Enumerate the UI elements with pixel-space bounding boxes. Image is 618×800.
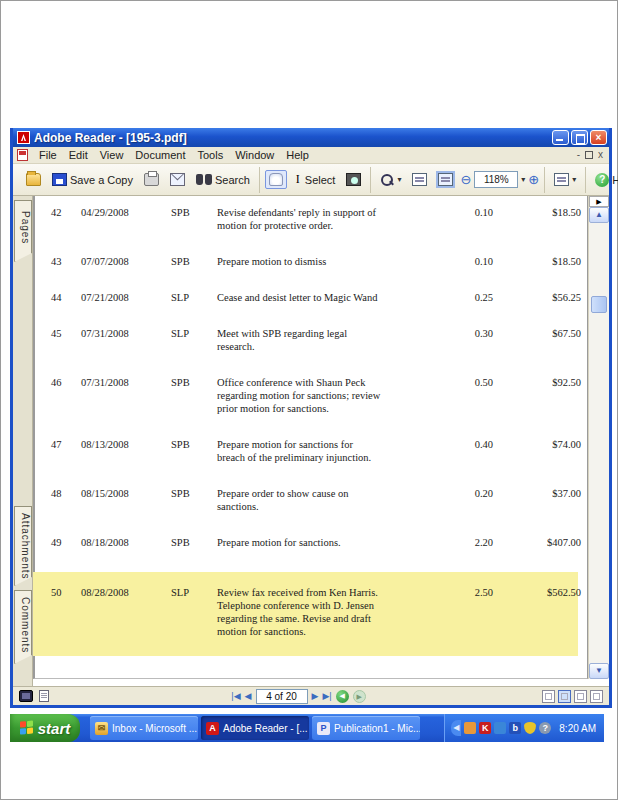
save-a-copy-label: Save a Copy (70, 174, 133, 186)
page-display-button[interactable]: ▾ (550, 170, 580, 189)
next-page-button[interactable]: ▶ (312, 691, 319, 701)
tray-security-shield-icon[interactable] (524, 722, 536, 734)
row-amount: $67.50 (493, 327, 581, 353)
continuous-layout-icon[interactable] (558, 690, 571, 703)
taskbar-item-label: Publication1 - Mic... (334, 723, 420, 734)
ibeam-icon: I (294, 173, 302, 186)
tray-b-app-icon[interactable]: b (509, 722, 521, 734)
row-number: 42 (51, 206, 81, 232)
zoom-level-input[interactable]: 118% (474, 171, 518, 188)
search-button[interactable]: Search (192, 170, 254, 189)
email-button[interactable] (166, 170, 189, 189)
scroll-up-button[interactable]: ▲ (589, 207, 609, 223)
taskbar-item-adobe-reader[interactable]: A Adobe Reader - [... (201, 716, 309, 740)
row-amount: $562.50 (493, 586, 581, 638)
row-description: Prepare motion for sanctions for breach … (217, 438, 435, 464)
tab-comments[interactable]: Comments (14, 590, 32, 664)
row-initials: SPB (171, 438, 217, 464)
continuous-facing-layout-icon[interactable] (590, 690, 603, 703)
print-button[interactable] (140, 170, 163, 189)
menu-tools[interactable]: Tools (192, 148, 230, 162)
previous-view-button[interactable]: ◀ (336, 690, 349, 703)
close-button[interactable]: × (590, 130, 607, 145)
row-description: Prepare motion to dismiss (217, 255, 435, 268)
menu-file[interactable]: File (33, 148, 63, 162)
fit-width-button[interactable] (434, 170, 457, 189)
start-button[interactable]: start (10, 714, 80, 742)
row-initials: SPB (171, 255, 217, 268)
row-amount: $56.25 (493, 291, 581, 304)
doc-minimize-button[interactable]: - (577, 150, 580, 160)
row-number: 44 (51, 291, 81, 304)
row-date: 08/18/2008 (81, 536, 171, 549)
tray-k-app-icon[interactable]: K (479, 722, 491, 734)
taskbar-item-inbox[interactable]: ✉ Inbox - Microsoft ... (90, 716, 198, 740)
page-layout-buttons (542, 690, 603, 703)
vertical-scrollbar[interactable]: ▶ ▲ ▼ (588, 196, 609, 679)
row-number: 45 (51, 327, 81, 353)
row-hours: 0.10 (435, 255, 493, 268)
tray-messenger-icon[interactable] (464, 722, 476, 734)
taskbar-clock: 8:20 AM (559, 723, 596, 734)
scrollbar-thumb[interactable] (591, 296, 607, 313)
windows-taskbar: start ✉ Inbox - Microsoft ... A Adobe Re… (10, 714, 604, 742)
minimize-button[interactable] (552, 130, 569, 145)
open-button[interactable] (22, 170, 45, 189)
next-view-button[interactable]: ▶ (353, 690, 366, 703)
outlook-icon: ✉ (95, 722, 108, 735)
row-initials: SPB (171, 206, 217, 232)
hand-tool-button[interactable] (265, 170, 287, 189)
zoom-out-button[interactable]: ⊖ (460, 173, 471, 186)
page-display-dropdown-arrow[interactable]: ▾ (572, 175, 576, 184)
single-page-layout-icon[interactable] (542, 690, 555, 703)
taskbar-item-publication[interactable]: P Publication1 - Mic... (312, 716, 420, 740)
select-tool-button[interactable]: I Select (290, 170, 340, 189)
menu-view[interactable]: View (94, 148, 130, 162)
row-number: 46 (51, 376, 81, 415)
snapshot-button[interactable] (342, 170, 365, 189)
publisher-icon: P (317, 722, 330, 735)
table-row: 45 07/31/2008 SLP Meet with SPB regardin… (51, 327, 587, 353)
zoom-level-dropdown-arrow[interactable]: ▾ (521, 175, 525, 184)
save-a-copy-button[interactable]: Save a Copy (48, 170, 137, 189)
title-bar[interactable]: Adobe Reader - [195-3.pdf] × (13, 128, 609, 147)
row-number: 50 (51, 586, 81, 638)
row-amount: $18.50 (493, 206, 581, 232)
first-page-button[interactable]: |◀ (231, 691, 240, 701)
scrollbar-menu-arrow-icon[interactable]: ▶ (589, 196, 609, 207)
select-label: Select (305, 174, 336, 186)
last-page-button[interactable]: ▶| (322, 691, 331, 701)
row-initials: SLP (171, 586, 217, 638)
help-button[interactable]: ? Help ▾ (591, 170, 618, 190)
doc-close-button[interactable]: x (598, 150, 603, 160)
menu-window[interactable]: Window (229, 148, 280, 162)
hide-tray-icons-chevron-icon[interactable]: ◀ (451, 720, 461, 736)
menu-edit[interactable]: Edit (63, 148, 94, 162)
menu-help[interactable]: Help (280, 148, 315, 162)
tab-pages[interactable]: Pages (14, 200, 32, 262)
page-size-icon[interactable] (39, 690, 49, 702)
scroll-down-button[interactable]: ▼ (589, 663, 609, 679)
row-description: Meet with SPB regarding legal research. (217, 327, 435, 353)
doc-restore-button[interactable] (585, 151, 593, 159)
zoom-tool-button[interactable]: ▾ (376, 170, 405, 190)
restore-button[interactable] (571, 130, 588, 145)
previous-page-button[interactable]: ◀ (245, 691, 252, 701)
zoom-tool-dropdown-arrow[interactable]: ▾ (397, 175, 401, 184)
tray-network-icon[interactable] (494, 722, 506, 734)
search-label: Search (215, 174, 250, 186)
actual-size-button[interactable] (408, 170, 431, 189)
tab-attachments[interactable]: Attachments (14, 506, 32, 586)
row-initials: SPB (171, 376, 217, 415)
zoom-in-button[interactable]: ⊕ (528, 173, 539, 186)
row-initials: SPB (171, 536, 217, 549)
facing-layout-icon[interactable] (574, 690, 587, 703)
tray-help-icon[interactable]: ? (539, 722, 551, 734)
full-screen-icon[interactable] (19, 690, 33, 702)
document-area: 42 04/29/2008 SPB Revise defendants' rep… (33, 196, 609, 686)
menu-document[interactable]: Document (129, 148, 191, 162)
row-hours: 2.50 (435, 586, 493, 638)
taskbar-item-label: Inbox - Microsoft ... (112, 723, 197, 734)
page-number-input[interactable]: 4 of 20 (256, 689, 308, 704)
row-hours: 0.10 (435, 206, 493, 232)
